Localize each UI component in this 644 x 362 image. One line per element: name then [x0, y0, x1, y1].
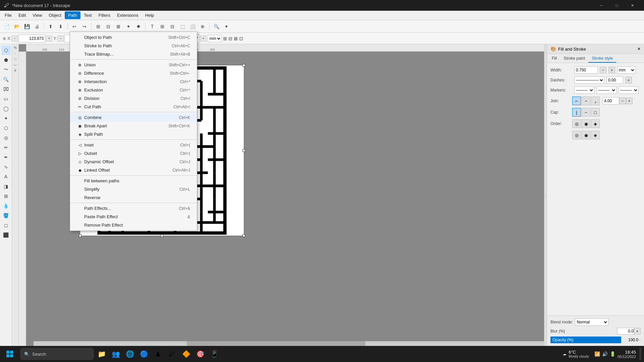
star-tool[interactable]: ✦ — [1, 114, 11, 123]
menu-stroke-to-path[interactable]: Stroke to Path Ctrl+Alt+C — [70, 42, 197, 50]
box2-btn[interactable]: ⬜ — [188, 22, 197, 31]
dashes-increase-btn[interactable]: + — [625, 77, 632, 83]
menu-file[interactable]: File — [1, 11, 15, 19]
join-bevel-btn[interactable]: ⌟ — [591, 97, 600, 105]
taskbar-explorer[interactable]: 📁 — [95, 348, 108, 360]
maximize-button[interactable]: □ — [609, 0, 625, 11]
menu-dynamic-offset[interactable]: ◇ Dynamic Offset Ctrl+J — [70, 158, 197, 166]
snap-global[interactable]: % — [13, 45, 18, 50]
taskbar-teams[interactable]: 👥 — [109, 348, 122, 360]
selection-handle-br[interactable] — [243, 234, 245, 237]
menu-object-to-path[interactable]: Object to Path Shift+Ctrl+C — [70, 33, 197, 42]
taskbar-inkscape[interactable]: 🖊 — [166, 348, 178, 360]
selection-handle-tr[interactable] — [243, 64, 245, 67]
marker-start-select[interactable]: ──── — [574, 86, 594, 94]
menu-reverse[interactable]: Reverse — [70, 193, 197, 202]
menu-view[interactable]: View — [29, 11, 45, 19]
selection-handle-bl[interactable] — [79, 234, 82, 237]
x-decrease-btn[interactable]: − — [12, 36, 18, 42]
taskbar-search[interactable]: 🔍 Search — [20, 348, 94, 360]
minimize-button[interactable]: ─ — [594, 0, 609, 11]
new-button[interactable]: 📄 — [2, 22, 11, 31]
selection-handle-mr[interactable] — [243, 149, 245, 152]
paint-bucket-tool[interactable]: 🪣 — [1, 211, 11, 220]
battery-icon[interactable]: 🔋 — [610, 351, 615, 357]
pencil-tool[interactable]: ✏ — [1, 143, 11, 152]
cap-square-btn[interactable]: □ — [591, 108, 600, 117]
tweak-tool[interactable]: 〜 — [1, 65, 11, 74]
join-miter-btn[interactable]: ⌐ — [572, 97, 581, 105]
join-limit-input[interactable] — [602, 97, 619, 105]
text-tool-btn[interactable]: T — [148, 22, 157, 31]
snap-btn[interactable]: ✦ — [222, 22, 231, 31]
order-fill-paint-btn[interactable]: ◉ — [582, 119, 590, 128]
menu-simplify[interactable]: Simplify Ctrl+L — [70, 185, 197, 193]
menu-combine[interactable]: ◎ Combine Ctrl+K — [70, 113, 197, 122]
cap-round-btn[interactable]: ⌢ — [582, 108, 590, 117]
tab-fill[interactable]: Fill — [548, 55, 560, 63]
tab-stroke-style[interactable]: Stroke style — [588, 55, 616, 63]
taskbar-browser2[interactable]: 🔵 — [138, 348, 150, 360]
redo-button[interactable]: ↪ — [80, 22, 89, 31]
menu-extensions[interactable]: Extensions — [114, 11, 142, 19]
cap-butt-btn[interactable]: | — [572, 108, 581, 117]
open-button[interactable]: 📂 — [12, 22, 21, 31]
order-opt2-btn[interactable]: ◉ — [582, 131, 590, 139]
object-align-btn[interactable]: ⊡ — [239, 34, 243, 43]
mesh-tool[interactable]: ⊞ — [1, 191, 11, 201]
menu-remove-path-effect[interactable]: Remove Path Effect — [70, 221, 197, 229]
grid-btn[interactable]: ⊟ — [168, 22, 177, 31]
horizontal-scrollbar[interactable] — [34, 341, 544, 346]
panel-resize-handle[interactable]: ⋮ — [544, 44, 547, 346]
spiral-tool[interactable]: ◎ — [1, 133, 11, 142]
3d-box-tool[interactable]: ⬡ — [1, 123, 11, 133]
order-paint-fill-btn[interactable]: ◎ — [572, 119, 581, 128]
menu-edit[interactable]: Edit — [15, 11, 29, 19]
width-decrease-btn[interactable]: − — [600, 67, 606, 73]
calligraphy-tool[interactable]: ∿ — [1, 162, 11, 172]
menu-break-apart[interactable]: ◉ Break Apart Shift+Ctrl+K — [70, 122, 197, 130]
taskbar-app3[interactable]: 📱 — [208, 348, 221, 360]
lock-ratio-btn[interactable]: ⊞ — [223, 34, 227, 43]
circle-tool[interactable]: ◯ — [1, 104, 11, 113]
join-round-btn[interactable]: ⌢ — [582, 97, 590, 105]
show-desktop-btn[interactable] — [639, 348, 641, 360]
transform-button[interactable]: ⊠ — [114, 22, 123, 31]
scrollbar-thumb[interactable] — [187, 341, 366, 346]
menu-path[interactable]: Path — [65, 11, 80, 19]
nodes-button[interactable]: ✦ — [124, 22, 133, 31]
join-decrease-btn[interactable]: − — [619, 98, 626, 104]
menu-exclusion[interactable]: ⊕ Exclusion Ctrl+^ — [70, 86, 197, 94]
width-input[interactable] — [574, 66, 598, 74]
text-tool[interactable]: A — [1, 172, 11, 181]
menu-difference[interactable]: ⊖ Difference Shift+Ctrl+- — [70, 69, 197, 77]
snap-bbox[interactable]: □ — [13, 56, 18, 62]
taskbar-app2[interactable]: 🎯 — [194, 348, 207, 360]
menu-object[interactable]: Object — [45, 11, 65, 19]
rect-tool[interactable]: ▭ — [1, 94, 11, 104]
select-tool[interactable]: ⬡ — [1, 46, 11, 55]
menu-paste-path-effect[interactable]: Paste Path Effect & — [70, 213, 197, 221]
align-button[interactable]: ⊞ — [94, 22, 103, 31]
import-button[interactable]: ⬆ — [46, 22, 55, 31]
selection-handle-bc[interactable] — [161, 234, 163, 237]
distribute-button[interactable]: ⊟ — [104, 22, 113, 31]
blur-increase-btn[interactable]: + — [634, 328, 641, 335]
panel-close-btn[interactable]: ✕ — [637, 47, 641, 51]
export-button[interactable]: ⬇ — [56, 22, 65, 31]
dropper-tool[interactable]: 💧 — [1, 201, 11, 210]
menu-linked-offset[interactable]: ◆ Linked Offset Ctrl+Alt+J — [70, 166, 197, 174]
eraser-tool[interactable]: ◻ — [1, 221, 11, 230]
h-increase-btn[interactable]: + — [200, 36, 206, 42]
menu-inset[interactable]: ◁ Inset Ctrl+( — [70, 141, 197, 149]
move-to-layer-btn[interactable]: ⊠ — [234, 34, 238, 43]
menu-help[interactable]: Help — [142, 11, 157, 19]
measure-tool[interactable]: ⌧ — [1, 84, 11, 94]
width-increase-btn[interactable]: + — [608, 67, 615, 73]
snap-grid[interactable]: # — [13, 68, 18, 73]
blur-input[interactable] — [617, 328, 634, 335]
x-increase-btn[interactable]: + — [46, 36, 52, 42]
menu-intersection[interactable]: ⊗ Intersection Ctrl+* — [70, 77, 197, 86]
snap-nodes[interactable]: · — [13, 51, 18, 56]
symbols-button[interactable]: ✸ — [134, 22, 143, 31]
